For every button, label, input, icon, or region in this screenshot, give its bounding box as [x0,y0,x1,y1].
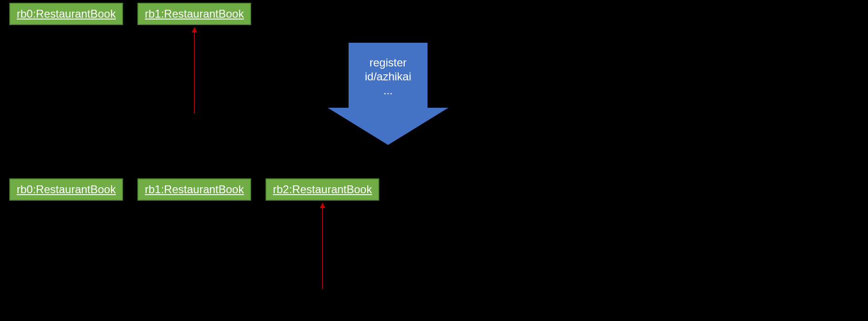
object-label: rb0:RestaurantBook [17,7,116,20]
object-box-rb1-top: rb1:RestaurantBook [137,3,251,25]
action-arrow-head [328,108,448,145]
object-box-rb1-bottom: rb1:RestaurantBook [137,178,251,201]
object-label: rb1:RestaurantBook [145,7,244,20]
action-arrow-body: register id/azhikai ... [349,43,428,108]
object-box-rb0-top: rb0:RestaurantBook [9,3,123,25]
object-box-rb2-bottom: rb2:RestaurantBook [266,178,379,201]
action-arrow-line2: id/azhikai [365,70,411,84]
action-arrow-line1: register [369,56,407,70]
object-label: rb2:RestaurantBook [273,183,372,196]
object-label: rb0:RestaurantBook [17,183,116,196]
action-arrow: register id/azhikai ... [328,43,448,145]
action-arrow-line3: ... [383,84,393,98]
current-pointer-arrow-bottom [322,203,323,289]
object-box-rb0-bottom: rb0:RestaurantBook [9,178,123,201]
object-label: rb1:RestaurantBook [145,183,244,196]
current-pointer-arrow-top [194,27,195,113]
